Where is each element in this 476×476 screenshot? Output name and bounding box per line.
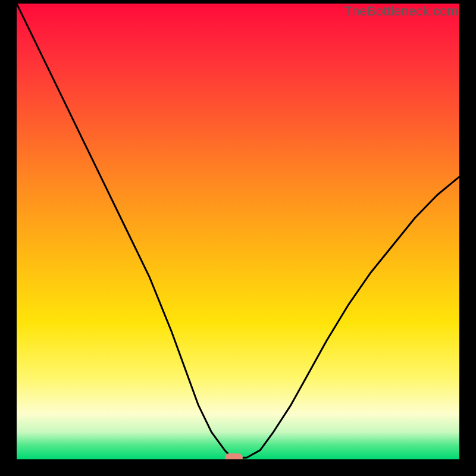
watermark-label: TheBottleneck.com bbox=[344, 4, 458, 19]
bottleneck-curve bbox=[17, 4, 459, 459]
frame-border-bottom bbox=[0, 459, 476, 476]
curve-path bbox=[17, 4, 459, 458]
plot-area bbox=[17, 4, 459, 459]
min-marker bbox=[225, 453, 243, 459]
frame-border-right bbox=[459, 0, 476, 476]
frame-border-left bbox=[0, 0, 17, 476]
chart-frame: TheBottleneck.com bbox=[0, 0, 476, 476]
